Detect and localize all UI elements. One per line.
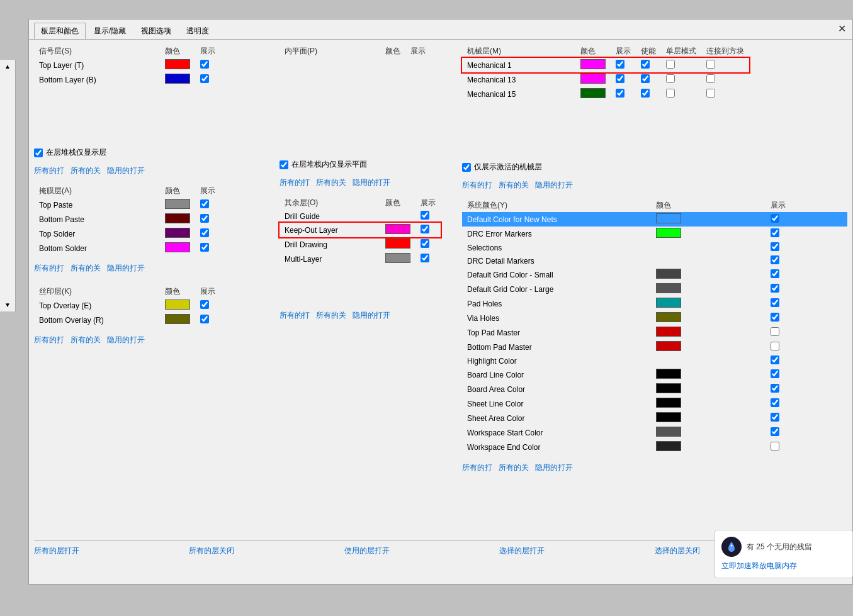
enable-checkbox[interactable] [641,60,650,69]
close-button[interactable]: ✕ [838,23,846,35]
color-swatch[interactable] [165,199,190,209]
show-checkbox[interactable] [200,199,209,208]
single-checkbox[interactable] [666,60,675,69]
scroll-down-btn[interactable]: ▼ [4,301,11,308]
show-checkbox[interactable] [616,74,624,83]
connect-checkbox[interactable] [706,89,715,98]
color-swatch[interactable] [580,88,606,98]
tab-transparency[interactable]: 透明度 [179,23,216,39]
all-layers-on[interactable]: 所有的层打开 [34,546,79,556]
show-checkbox[interactable] [200,243,209,252]
show-checkbox[interactable] [200,228,209,237]
show-checkbox[interactable] [771,369,779,378]
signal-all-on[interactable]: 所有的打 [34,165,64,176]
mask-all-off[interactable]: 所有的关 [71,263,101,274]
show-checkbox[interactable] [771,384,779,393]
sys-all-on[interactable]: 所有的打 [462,462,492,473]
other-all-on[interactable]: 所有的打 [280,310,310,321]
show-checkbox[interactable] [771,442,779,451]
color-swatch[interactable] [165,300,190,310]
show-checkbox[interactable] [200,74,209,83]
show-checkbox[interactable] [771,356,779,364]
inner-all-off[interactable]: 所有的关 [316,177,346,188]
color-swatch[interactable] [165,314,190,324]
color-swatch[interactable] [656,269,681,279]
color-swatch[interactable] [165,74,190,84]
show-checkbox[interactable] [421,239,429,248]
show-checkbox[interactable] [771,427,779,436]
color-swatch[interactable] [385,253,410,263]
color-swatch[interactable] [385,238,410,249]
color-swatch[interactable] [165,228,190,238]
color-swatch[interactable] [656,312,681,322]
show-checkbox[interactable] [200,315,209,323]
show-checkbox[interactable] [771,284,779,293]
enable-checkbox[interactable] [641,74,650,83]
scroll-up-btn[interactable]: ▲ [4,63,11,70]
sys-used-on[interactable]: 隐用的打开 [535,462,573,473]
show-checkbox[interactable] [200,60,209,69]
mech-all-on[interactable]: 所有的打 [462,180,492,191]
color-swatch[interactable] [656,412,681,422]
show-checkbox[interactable] [771,269,779,278]
single-checkbox[interactable] [666,74,675,83]
show-checkbox[interactable] [771,242,779,251]
mask-used-on[interactable]: 隐用的打开 [107,263,145,274]
color-swatch[interactable] [656,283,681,293]
single-checkbox[interactable] [666,89,675,98]
mask-all-on[interactable]: 所有的打 [34,263,64,274]
connect-checkbox[interactable] [706,60,715,69]
color-swatch[interactable] [656,383,681,393]
selected-on[interactable]: 选择的层打开 [499,546,545,556]
selected-off[interactable]: 选择的层关闭 [655,546,700,556]
color-swatch[interactable] [385,224,410,234]
color-swatch[interactable] [656,228,681,238]
stack-only-checkbox[interactable] [34,148,43,157]
tab-view-options[interactable]: 视图选项 [134,23,178,39]
color-swatch[interactable] [656,427,681,437]
other-used-on[interactable]: 隐用的打开 [353,310,390,321]
all-layers-off[interactable]: 所有的层关闭 [189,546,234,556]
show-checkbox[interactable] [200,300,209,309]
show-checkbox[interactable] [200,214,209,223]
color-swatch[interactable] [656,441,681,451]
plane-only-checkbox[interactable] [280,160,288,169]
show-checkbox[interactable] [771,327,779,336]
show-checkbox[interactable] [771,313,779,322]
show-checkbox[interactable] [771,214,779,223]
mech-used-on[interactable]: 隐用的打开 [535,180,573,191]
show-checkbox[interactable] [771,398,779,407]
mech-all-off[interactable]: 所有的关 [499,180,529,191]
signal-used-on[interactable]: 隐用的打开 [107,165,145,176]
show-checkbox[interactable] [616,60,624,69]
silk-all-off[interactable]: 所有的关 [71,335,101,345]
color-swatch[interactable] [656,213,681,223]
enable-checkbox[interactable] [641,89,650,98]
show-checkbox[interactable] [771,342,779,350]
color-swatch[interactable] [580,59,606,69]
color-swatch[interactable] [165,59,190,69]
color-swatch[interactable] [656,398,681,408]
signal-all-off[interactable]: 所有的关 [71,165,101,176]
notif-link[interactable]: 立即加速释放电脑内存 [721,561,846,571]
sys-all-off[interactable]: 所有的关 [499,462,529,473]
color-swatch[interactable] [580,74,606,84]
show-checkbox[interactable] [616,89,624,98]
silk-all-on[interactable]: 所有的打 [34,335,64,345]
active-mech-checkbox[interactable] [462,163,471,172]
color-swatch[interactable] [165,213,190,223]
tab-layer-color[interactable]: 板层和颜色 [34,23,86,39]
color-swatch[interactable] [165,242,190,252]
color-swatch[interactable] [656,298,681,308]
show-checkbox[interactable] [771,298,779,307]
inner-used-on[interactable]: 隐用的打开 [353,177,390,188]
show-checkbox[interactable] [771,413,779,422]
show-checkbox[interactable] [421,225,429,233]
used-layers-on[interactable]: 使用的层打开 [344,546,390,556]
color-swatch[interactable] [656,341,681,351]
color-swatch[interactable] [656,327,681,337]
silk-used-on[interactable]: 隐用的打开 [107,335,145,345]
other-all-off[interactable]: 所有的关 [316,310,346,321]
tab-show-hide[interactable]: 显示/隐藏 [87,23,133,39]
show-checkbox[interactable] [771,255,779,264]
